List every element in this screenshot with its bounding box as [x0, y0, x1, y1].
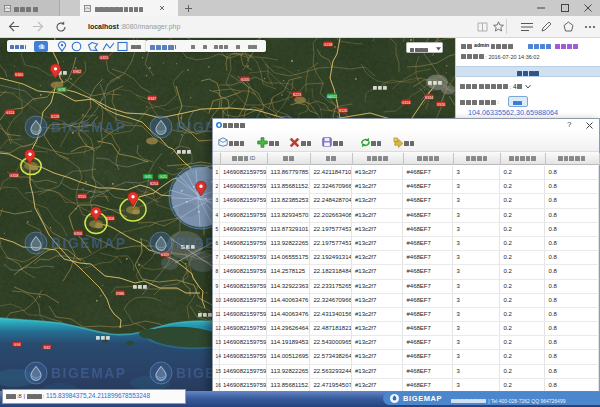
svg-text:S32: S32	[44, 346, 50, 350]
svg-text:S223: S223	[293, 93, 301, 97]
svg-text:G78: G78	[58, 88, 65, 92]
svg-text:X555: X555	[78, 195, 86, 199]
svg-text:G324: G324	[6, 111, 15, 115]
svg-text:X962: X962	[73, 70, 81, 74]
svg-text:S120: S120	[339, 109, 347, 113]
svg-text:S254: S254	[150, 182, 158, 186]
svg-text:G205: G205	[241, 78, 250, 82]
svg-text:G35: G35	[145, 175, 152, 179]
svg-text:G355: G355	[100, 56, 109, 60]
svg-text:BIGEMAP: BIGEMAP	[51, 366, 127, 381]
svg-text:S360: S360	[15, 73, 23, 77]
svg-text:G238: G238	[324, 43, 333, 47]
svg-text:X986: X986	[116, 292, 124, 296]
svg-text:S347: S347	[148, 97, 156, 101]
svg-text:G4011: G4011	[327, 95, 338, 99]
svg-text:S334: S334	[425, 96, 433, 100]
svg-text:G324: G324	[402, 101, 411, 105]
svg-text:BIGEMAP: BIGEMAP	[51, 120, 127, 135]
svg-text:G25: G25	[160, 175, 167, 179]
svg-text:BIGEMAP: BIGEMAP	[51, 236, 127, 251]
svg-text:G358: G358	[10, 174, 19, 178]
svg-text:X926: X926	[437, 103, 445, 107]
svg-text:G94: G94	[14, 343, 21, 347]
svg-text:S228: S228	[51, 115, 59, 119]
